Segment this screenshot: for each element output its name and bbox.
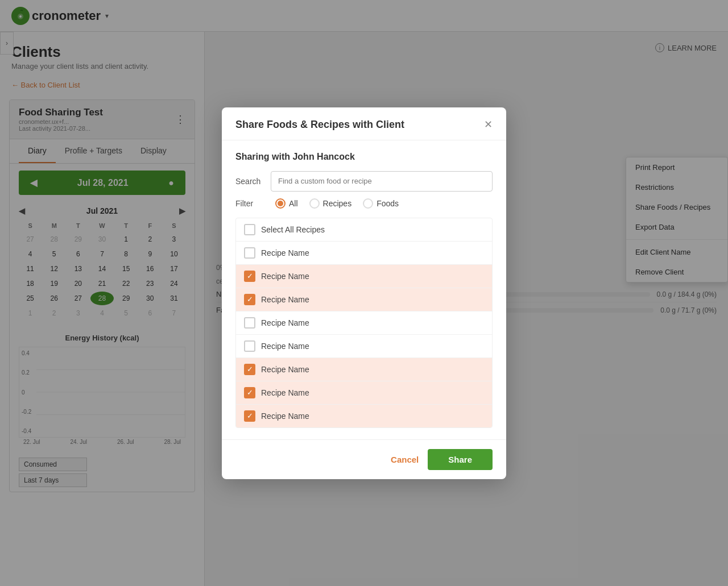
recipes-list: Select All Recipes Recipe Name ✓ Recipe … xyxy=(235,218,493,428)
recipe-name-7: Recipe Name xyxy=(261,412,309,421)
share-button[interactable]: Share xyxy=(428,449,493,470)
modal-close-button[interactable]: ✕ xyxy=(484,119,493,130)
recipe-item-5[interactable]: ✓ Recipe Name xyxy=(236,358,492,381)
recipe-item-7[interactable]: ✓ Recipe Name xyxy=(236,405,492,427)
recipe-item-6[interactable]: ✓ Recipe Name xyxy=(236,381,492,405)
recipe-item-0[interactable]: Recipe Name xyxy=(236,242,492,265)
recipe-checkbox-5[interactable]: ✓ xyxy=(244,364,255,375)
search-label: Search xyxy=(235,177,264,186)
recipe-item-3[interactable]: Recipe Name xyxy=(236,311,492,335)
recipe-name-1: Recipe Name xyxy=(261,272,309,281)
recipe-checkbox-7[interactable]: ✓ xyxy=(244,410,255,422)
recipe-checkbox-0[interactable] xyxy=(244,247,255,259)
recipe-checkbox-6[interactable]: ✓ xyxy=(244,387,255,398)
share-foods-modal: Share Foods & Recipes with Client ✕ Shar… xyxy=(222,107,506,479)
cancel-button[interactable]: Cancel xyxy=(391,455,419,464)
recipe-checkbox-4[interactable] xyxy=(244,340,255,352)
recipe-name-4: Recipe Name xyxy=(261,342,309,351)
select-all-label: Select All Recipes xyxy=(261,225,325,234)
recipe-checkbox-2[interactable]: ✓ xyxy=(244,294,255,305)
filter-all-label: All xyxy=(289,199,298,208)
filter-radio-recipes[interactable] xyxy=(309,198,320,209)
checkbox-check-icon: ✓ xyxy=(247,272,253,280)
recipe-name-6: Recipe Name xyxy=(261,388,309,397)
checkbox-check-icon: ✓ xyxy=(247,365,253,373)
filter-radio-foods[interactable] xyxy=(363,198,373,209)
filter-options: All Recipes Foods xyxy=(275,198,399,209)
recipe-name-0: Recipe Name xyxy=(261,248,309,257)
recipe-checkbox-1[interactable]: ✓ xyxy=(244,271,255,282)
filter-label: Filter xyxy=(235,199,264,208)
recipe-name-5: Recipe Name xyxy=(261,365,309,374)
filter-option-recipes[interactable]: Recipes xyxy=(309,198,352,209)
filter-recipes-label: Recipes xyxy=(323,199,352,208)
modal-title: Share Foods & Recipes with Client xyxy=(235,119,404,131)
recipe-name-3: Recipe Name xyxy=(261,318,309,327)
select-all-row[interactable]: Select All Recipes xyxy=(236,218,492,242)
recipe-item-2[interactable]: ✓ Recipe Name xyxy=(236,288,492,311)
recipe-name-2: Recipe Name xyxy=(261,295,309,304)
search-input[interactable] xyxy=(271,171,493,192)
modal-sharing-subtitle: Sharing with John Hancock xyxy=(235,152,493,162)
modal-overlay: Share Foods & Recipes with Client ✕ Shar… xyxy=(0,0,728,586)
recipe-item-4[interactable]: Recipe Name xyxy=(236,335,492,358)
recipe-checkbox-3[interactable] xyxy=(244,317,255,329)
filter-option-all[interactable]: All xyxy=(275,198,298,209)
search-row: Search xyxy=(235,171,493,192)
background-page: cronometer ▾ › Clients Manage your clien… xyxy=(0,0,728,586)
filter-radio-all[interactable] xyxy=(275,198,286,209)
modal-header: Share Foods & Recipes with Client ✕ xyxy=(222,107,506,140)
select-all-checkbox[interactable] xyxy=(244,224,255,235)
checkbox-check-icon: ✓ xyxy=(247,389,253,396)
filter-option-foods[interactable]: Foods xyxy=(363,198,399,209)
checkbox-check-icon: ✓ xyxy=(247,412,253,419)
modal-body: Sharing with John Hancock Search Filter xyxy=(222,140,506,439)
filter-foods-label: Foods xyxy=(377,199,399,208)
checkbox-check-icon: ✓ xyxy=(247,296,253,303)
modal-footer: Cancel Share xyxy=(222,439,506,479)
filter-row: Filter All Recipes xyxy=(235,198,493,209)
filter-radio-all-inner xyxy=(278,201,283,206)
recipe-item-1[interactable]: ✓ Recipe Name xyxy=(236,265,492,288)
